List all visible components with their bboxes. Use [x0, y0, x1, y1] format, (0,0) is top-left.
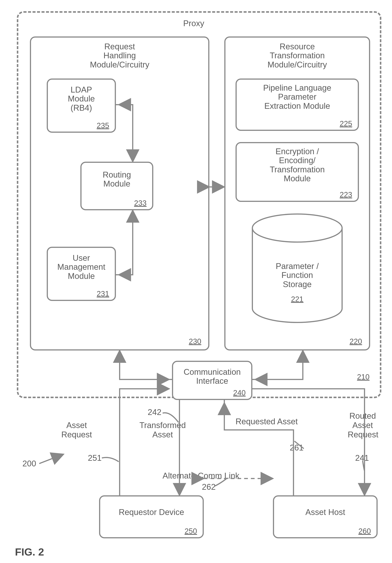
encryption-module: Encryption / Encoding/ Transformation Mo… [236, 142, 359, 202]
routing-module: Routing Module 233 [80, 162, 153, 210]
requestor-device: Requestor Device 250 [99, 495, 204, 538]
user-management-module: User Management Module 231 [47, 247, 116, 301]
asset-request-label: Asset Request [58, 421, 95, 439]
figure-caption: FIG. 2 [15, 546, 44, 558]
request-handling-title: Request Handling Module/Circuitry [82, 42, 157, 69]
resource-transformation-title: Resource Transformation Module/Circuitry [258, 42, 337, 69]
ref-242: 242 [148, 408, 161, 417]
ref-200: 200 [23, 459, 36, 468]
resource-transformation-ref: 220 [350, 336, 362, 346]
proxy-ref: 210 [357, 372, 369, 381]
requested-asset-label: Requested Asset [236, 417, 310, 426]
alternate-comm-link-label: Alternate Comm Link [159, 471, 243, 480]
ref-241: 241 [355, 453, 369, 463]
storage-label: Parameter / Function Storage 221 [252, 262, 342, 304]
request-handling-ref: 230 [189, 336, 201, 346]
ldap-module: LDAP Module (RB4) 235 [47, 78, 116, 133]
communication-interface: Communication Interface 240 [172, 361, 252, 400]
proxy-title: Proxy [183, 19, 204, 28]
transformed-asset-label: Transformed Asset [135, 421, 191, 439]
pipeline-language-module: Pipeline Language Parameter Extraction M… [236, 78, 359, 131]
routed-asset-request-label: Routed Asset Request [348, 411, 378, 439]
ref-262: 262 [202, 482, 215, 492]
ref-251: 251 [88, 453, 101, 463]
ref-261: 261 [290, 443, 303, 452]
asset-host: Asset Host 260 [273, 495, 378, 538]
